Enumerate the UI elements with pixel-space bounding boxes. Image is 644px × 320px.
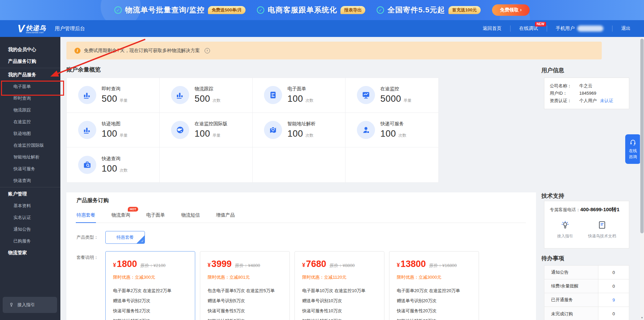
menu-item-mobile-user[interactable]: 手机用户 [547, 20, 612, 37]
promo-text: 电商客服跟单系统化 [268, 5, 337, 15]
tab-value-added[interactable]: 增值产品 [216, 212, 235, 223]
balance-card-address-parse[interactable]: 智能地址解析 100次数 [253, 113, 345, 148]
balance-card-intl-monitor[interactable]: 在途监控国际版 100单量 [160, 113, 253, 148]
todo-count: 9 [598, 293, 629, 307]
todo-row-activated-services[interactable]: 已开通服务 9 [544, 293, 629, 307]
menu-item-home[interactable]: 返回首页 [474, 20, 510, 37]
package-feature: 智能地址解析20万次 [397, 316, 471, 320]
package-card-3999[interactable]: ¥ 3999 原价：¥4800 限时优惠：立减801元 包含电子面单5万次 在途… [200, 251, 290, 320]
scrollbar-down-arrow[interactable] [640, 316, 644, 319]
sidebar-item-intl-monitor[interactable]: 在途监控国际版 [0, 139, 60, 151]
balance-card-instant-query[interactable]: 即时查询 500单量 [67, 78, 160, 113]
todo-row-renewal-reminder[interactable]: 续费/余量提醒 0 [544, 279, 629, 293]
vertical-scrollbar[interactable] [640, 37, 644, 320]
sidebar-item-instant-query[interactable]: 即时查询 [0, 92, 60, 104]
sidebar-item-real-name-auth[interactable]: 实名认证 [0, 212, 60, 223]
sidebar-item-my-products[interactable]: 我的产品服务 [0, 69, 60, 81]
card-unit: 单量 [213, 133, 221, 138]
online-consult-button[interactable]: 在线 咨询 [625, 134, 641, 164]
lightbulb-icon [560, 220, 570, 231]
card-unit: 单量 [404, 98, 412, 103]
todo-table: 通知公告 0 续费/余量提醒 0 已开通服务 9 未完成订购 0 [544, 265, 629, 320]
package-card-13800[interactable]: ¥ 13800 原价：¥16800 限时优惠：立减3000元 电子面单20万次 … [389, 251, 479, 320]
currency-symbol: ¥ [208, 262, 211, 268]
free-claim-button[interactable]: 免费领取 › [492, 4, 530, 16]
access-guide-link[interactable]: 接入指引 [557, 220, 573, 239]
scrollbar-thumb[interactable] [640, 39, 644, 233]
kdniao-logo[interactable]: V 快递鸟 www.kdniao.com [17, 24, 46, 34]
sidebar-item-member-center[interactable]: 我的会员中心 [0, 44, 60, 55]
balance-card-in-transit-monitor[interactable]: 在途监控 5000单量 [345, 78, 438, 113]
package-feature: 赠送单号识别2万次 [113, 296, 187, 306]
product-type-value: 特惠套餐 [116, 234, 134, 240]
balance-card-e-waybill[interactable]: 电子面单 100次数 [253, 78, 345, 113]
balance-card-courier-coverage[interactable]: 快递可服务 100次数 [345, 113, 438, 148]
balance-card-track-map[interactable]: 轨迹地图 100单量 [67, 113, 160, 148]
menu-item-online-debug[interactable]: 在线调试 NEW [511, 20, 547, 37]
product-type-row: 产品类型： 特惠套餐 [76, 231, 526, 244]
circle-arrow-icon[interactable] [205, 48, 210, 53]
product-ordering-panel: 产品服务订购 特惠套餐 物流查询 HOT 电子面单 物流短信 增值产品 产品类型… [66, 192, 536, 320]
sidebar-item-address-parse[interactable]: 智能地址解析 [0, 151, 60, 163]
document-icon [264, 86, 282, 104]
user-info-panel: 公司名称：牛之云 用户ID：1845969 资质认证：个人用户 未认证 [544, 78, 629, 109]
console-subtitle: 用户管理后台 [55, 26, 85, 32]
package-description-row: 套餐说明： ¥ 1800 原价：¥2100 限时优惠：立减300元 电子面单2万… [76, 251, 526, 320]
sidebar-item-purchased-services[interactable]: 已购服务 [0, 235, 60, 247]
todo-row-unfinished-orders[interactable]: 未完成订购 0 [544, 307, 629, 320]
sidebar-item-notices[interactable]: 通知公告 [0, 223, 60, 235]
package-feature: 赠送单号识别10万次 [302, 296, 377, 306]
sidebar-item-product-order[interactable]: 产品服务订购 [0, 55, 60, 67]
tab-logistics-query[interactable]: 物流查询 HOT [111, 212, 130, 223]
card-value: 100 [195, 129, 210, 139]
card-value: 100 [287, 129, 303, 139]
promo-item: 电商客服跟单系统化 报表导出 [257, 5, 365, 15]
tab-special-package[interactable]: 特惠套餐 [76, 212, 95, 223]
user-id-row: 用户ID：1845969 [550, 90, 624, 97]
product-tabs: 特惠套餐 物流查询 HOT 电子面单 物流短信 增值产品 [76, 212, 526, 223]
menu-item-logout[interactable]: 退出 [612, 20, 639, 37]
sidebar-item-courier-coverage[interactable]: 快递可服务 [0, 163, 60, 175]
sidebar-item-track-map[interactable]: 轨迹地图 [0, 128, 60, 139]
check-circle-icon [257, 6, 264, 14]
card-value: 100 [102, 164, 117, 174]
card-title: 即时查询 [102, 86, 128, 92]
balance-card-logistics-tracking[interactable]: 物流跟踪 500次数 [160, 78, 253, 113]
sidebar-item-basic-info[interactable]: 基本资料 [0, 200, 60, 212]
card-value: 100 [102, 129, 117, 139]
consult-label-line1: 在线 [629, 148, 637, 153]
limited-time-offer: 限时优惠：立减3000元 [397, 274, 471, 280]
check-icon [141, 239, 144, 243]
package-feature: 赠送单号识别5万次 [208, 296, 282, 306]
balance-card-express-query[interactable]: 快递查询 100次数 [67, 147, 160, 182]
package-feature: 快递可服务性5万次 [208, 306, 282, 316]
support-phone-row: 专属客服电话：400-8699-100转1 [550, 207, 624, 213]
trial-days-remaining: 7 [117, 48, 120, 53]
sidebar-access-guide-button[interactable]: 接入指引 [3, 297, 57, 313]
package-card-7680[interactable]: ¥ 7680 原价：¥8800 限时优惠：立减1120元 电子面单10万次 在途… [294, 251, 384, 320]
package-price: 7680 [306, 259, 326, 269]
tech-docs-link[interactable]: 快递鸟技术文档 [588, 220, 616, 239]
tab-logistics-sms[interactable]: 物流短信 [181, 212, 200, 223]
todo-row-notices[interactable]: 通知公告 0 [544, 266, 629, 279]
notice-text: 免费试用期剩余7天，现在订购可获取多种物流解决方案 [84, 48, 200, 54]
original-price: 原价：¥2100 [140, 263, 165, 269]
sidebar-item-logistics-butler[interactable]: 物流管家 [0, 247, 60, 259]
sidebar-item-logistics-tracking[interactable]: 物流跟踪 [0, 104, 60, 116]
sidebar-item-express-query[interactable]: 快递查询 [0, 175, 60, 186]
package-card-1800[interactable]: ¥ 1800 原价：¥2100 限时优惠：立减300元 电子面单2万次 在途监控… [105, 251, 195, 320]
tech-docs-label: 快递鸟技术文档 [588, 233, 616, 239]
not-certified-link[interactable]: 未认证 [600, 97, 613, 104]
sidebar-item-account-management[interactable]: 账户管理 [0, 188, 60, 200]
product-type-selected-button[interactable]: 特惠套餐 [105, 231, 145, 244]
card-unit: 单量 [120, 133, 128, 138]
main-content: 免费试用期剩余7天，现在订购可获取多种物流解决方案 账户余量概览 即时查询 50… [60, 37, 640, 320]
card-value: 500 [102, 94, 117, 104]
sidebar-item-in-transit-monitor[interactable]: 在途监控 [0, 116, 60, 128]
bar-chart-icon [78, 121, 96, 139]
access-guide-label: 接入指引 [17, 302, 35, 308]
hot-badge: HOT [128, 207, 138, 212]
sidebar-item-e-waybill[interactable]: 电子面单 [0, 81, 60, 92]
tab-e-waybill[interactable]: 电子面单 [146, 212, 165, 223]
promo-item: 全国寄件5.5元起 首充送100元 [377, 5, 480, 15]
